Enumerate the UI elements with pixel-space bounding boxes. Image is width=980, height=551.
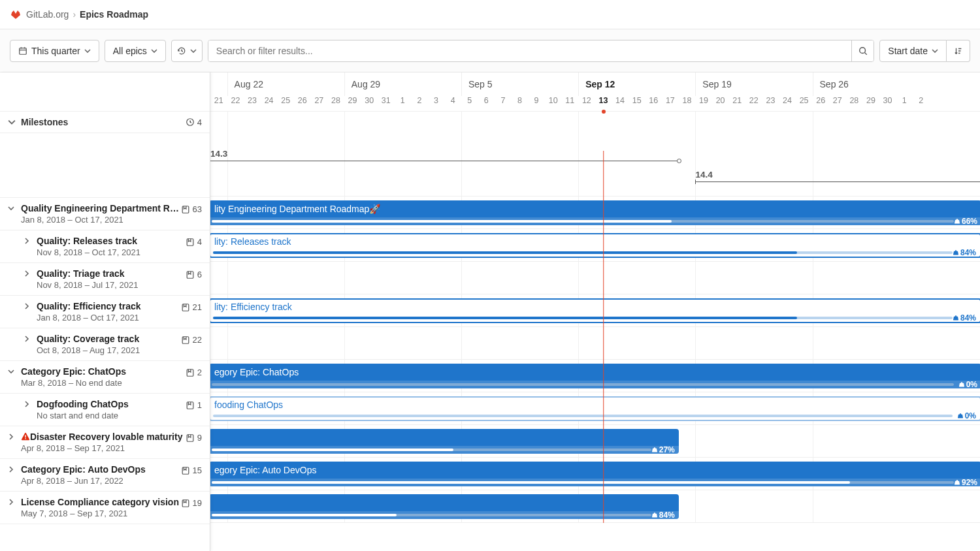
chevron-right-icon[interactable] [8,497,21,505]
timeline-day-header: 1 [395,96,412,112]
timeline-day-header: 28 [846,96,863,112]
epic-row[interactable]: Dogfooding ChatOps No start and end date… [0,394,210,426]
timeline-day-header: 10 [545,96,562,112]
sort-direction-button[interactable] [947,40,970,62]
chevron-right-icon[interactable] [24,301,37,309]
svg-rect-8 [187,238,193,245]
epic-bar-title: lity: Efficiency track [210,300,980,314]
epic-row[interactable]: Quality: Releases track Nov 8, 2018 – Oc… [0,230,210,263]
epic-name: Quality Engineering Department Roa... [21,203,181,213]
milestones-sidebar-spacer [0,133,210,198]
epic-icon [181,336,190,345]
milestone-marker[interactable]: 14.4 [695,181,980,195]
epic-bar[interactable]: lity Engineering Department Roadmap🚀 66% [210,200,980,225]
milestones-header[interactable]: Milestones 4 [0,112,210,133]
epic-progress-fill [212,449,453,451]
milestone-marker[interactable]: 14.3 [210,161,679,174]
today-marker-line [603,151,604,523]
svg-rect-13 [187,401,193,409]
epic-bar[interactable]: lity: Releases track 84% [210,233,980,258]
epic-row[interactable]: Quality: Coverage track Oct 8, 2018 – Au… [0,328,210,361]
epic-name: Category Epic: Auto DevOps [21,464,181,475]
epic-dates: Nov 8, 2018 – Oct 17, 2021 [37,247,186,257]
epic-filter-label: All epics [113,46,147,56]
breadcrumb-org[interactable]: GitLab.org [26,9,69,20]
epic-child-count: 15 [181,464,202,475]
epic-bar[interactable]: 84% [210,494,679,519]
milestone-label: 14.3 [210,149,227,159]
timeline-day-header: 24 [261,96,278,112]
search-input[interactable] [208,40,851,61]
search-button[interactable] [851,40,874,61]
history-dropdown[interactable] [171,40,203,62]
epic-bar[interactable]: fooding ChatOps 0% [210,396,980,421]
timeline-header: Aug 22Aug 29Sep 5Sep 12Sep 19Sep 26 2122… [210,72,980,112]
date-range-dropdown[interactable]: This quarter [10,40,99,62]
epic-bar[interactable]: egory Epic: Auto DevOps 92% [210,462,980,486]
timeline-day-header: 3 [428,96,445,112]
epic-row[interactable]: Quality Engineering Department Roa... Ja… [0,198,210,230]
timeline-row: fooding ChatOps 0% [210,392,980,425]
epic-filter-dropdown[interactable]: All epics [105,40,166,62]
epic-progress-track [213,251,953,254]
chevron-down-icon [84,49,91,53]
epic-weight: 66% [954,217,977,225]
milestones-count: 4 [186,118,202,127]
epic-dates: No start and end date [37,411,186,420]
epic-dates: Nov 8, 2018 – Jul 17, 2021 [37,280,186,290]
chevron-right-icon[interactable] [24,268,37,277]
timeline-week-header: Sep 26 [813,72,930,96]
epic-bar-title: lity Engineering Department Roadmap🚀 [210,200,980,217]
chevron-right-icon[interactable] [24,399,37,407]
timeline[interactable]: Aug 22Aug 29Sep 5Sep 12Sep 19Sep 26 2122… [210,72,980,551]
epic-dates: Mar 8, 2018 – No end date [21,378,186,388]
chevron-right-icon[interactable] [8,464,21,473]
chevron-right-icon[interactable] [24,236,37,244]
epic-row[interactable]: Category Epic: Auto DevOps Apr 8, 2018 –… [0,459,210,492]
epic-child-count: 1 [186,399,202,410]
epic-progress-track [212,449,651,451]
sidebar: Milestones 4 Quality Engineering Departm… [0,72,210,551]
timeline-day-header: 20 [712,96,729,112]
timeline-day-header: 31 [378,96,395,112]
timeline-day-header: 18 [679,96,696,112]
timeline-day-header: 21 [210,96,227,112]
epic-row[interactable]: Quality: Triage track Nov 8, 2018 – Jul … [0,263,210,296]
sort-dropdown[interactable]: Start date [879,40,947,62]
epic-progress-fill [212,514,397,516]
sort-group: Start date [879,40,970,62]
timeline-day-header: 14 [612,96,629,112]
svg-rect-14 [25,435,25,437]
confidential-icon [21,432,30,441]
epic-bar[interactable]: egory Epic: ChatOps 0% [210,364,980,388]
epic-progress-fill [213,251,797,254]
epic-icon [186,433,195,443]
epic-name: Quality: Releases track [37,236,186,246]
timeline-day-header: 23 [762,96,779,112]
timeline-day-header: 22 [227,96,244,112]
epic-progress-track [212,514,651,516]
epic-row[interactable]: License Compliance category vision May 7… [0,492,210,524]
timeline-day-header: 21 [728,96,745,112]
clock-icon [186,118,195,127]
timeline-day-header: 24 [779,96,796,112]
epic-progress-track [212,383,954,386]
timeline-day-header: 16 [645,96,662,112]
timeline-day-header: 27 [311,96,328,112]
chevron-right-icon[interactable] [8,432,21,440]
epic-dates: Apr 8, 2018 – Jun 17, 2022 [21,476,181,486]
epic-progress-track [213,415,953,417]
epic-row[interactable]: Disaster Recovery lovable maturity Apr 8… [0,426,210,459]
timeline-day-header: 19 [695,96,712,112]
epic-row[interactable]: Category Epic: ChatOps Mar 8, 2018 – No … [0,361,210,394]
epic-weight: 0% [957,411,976,420]
epic-bar[interactable]: lity: Efficiency track 84% [210,298,980,323]
timeline-week-header: Sep 12 [578,72,695,96]
epic-row[interactable]: Quality: Efficiency track Jan 8, 2018 – … [0,296,210,328]
epic-bar[interactable]: 27% [210,429,679,454]
epic-progress-track [213,317,953,319]
chevron-down-icon[interactable] [8,366,21,375]
epic-icon [181,466,190,475]
chevron-right-icon[interactable] [24,334,37,342]
chevron-down-icon[interactable] [8,203,21,212]
